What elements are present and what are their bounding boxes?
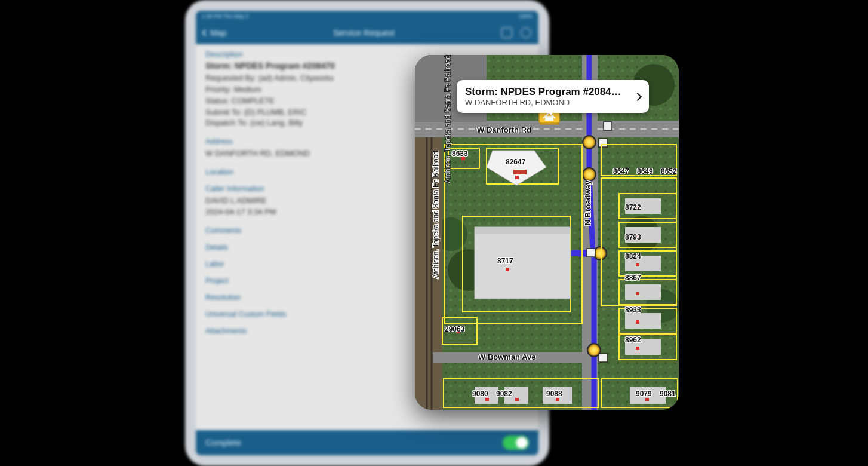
svg-rect-60 <box>636 206 639 209</box>
complete-label: Complete <box>205 438 241 447</box>
svg-rect-44 <box>475 227 570 299</box>
svg-marker-45 <box>475 227 570 234</box>
svg-rect-65 <box>636 347 639 350</box>
svg-rect-43 <box>513 170 527 174</box>
map-panel[interactable]: W Danforth Rd W Bowman Ave N Broadway At… <box>415 55 679 410</box>
svg-rect-57 <box>515 176 519 179</box>
svg-rect-47 <box>625 227 661 243</box>
chevron-right-icon <box>633 92 642 100</box>
svg-rect-71 <box>545 116 553 121</box>
more-icon[interactable] <box>521 27 531 38</box>
back-label: Map <box>210 28 226 38</box>
svg-rect-63 <box>636 292 639 295</box>
svg-rect-49 <box>625 284 661 300</box>
svg-rect-67 <box>515 398 519 401</box>
status-right: 100% <box>519 13 533 19</box>
svg-point-19 <box>583 136 596 149</box>
svg-rect-69 <box>645 398 649 401</box>
svg-rect-68 <box>556 398 559 401</box>
nav-actions <box>501 27 531 38</box>
svg-rect-66 <box>485 398 489 401</box>
popup-tail <box>545 108 557 115</box>
svg-rect-48 <box>625 256 661 271</box>
svg-rect-46 <box>625 198 661 214</box>
back-button[interactable]: Map <box>203 28 226 38</box>
popup-title: Storm: NPDES Program #2084… <box>465 86 621 98</box>
nav-bar: Map Service Request <box>196 22 538 44</box>
svg-rect-61 <box>636 234 639 238</box>
svg-rect-24 <box>599 139 607 147</box>
popup-text: Storm: NPDES Program #2084… W DANFORTH R… <box>465 86 621 107</box>
svg-rect-26 <box>599 354 607 362</box>
svg-rect-56 <box>461 157 465 160</box>
status-left: 1:39 PM Thu May 2 <box>202 13 248 19</box>
svg-rect-58 <box>506 268 509 271</box>
svg-rect-23 <box>604 122 612 130</box>
svg-rect-25 <box>587 249 595 257</box>
nav-title: Service Request <box>226 28 501 38</box>
svg-rect-59 <box>457 330 460 333</box>
svg-rect-50 <box>625 313 661 329</box>
chevron-left-icon <box>202 29 208 36</box>
expand-icon[interactable] <box>501 27 512 38</box>
svg-point-20 <box>583 168 596 181</box>
project-label: Project <box>205 277 229 285</box>
svg-rect-16 <box>433 352 600 363</box>
svg-rect-64 <box>636 320 639 324</box>
complete-toggle[interactable] <box>503 436 529 450</box>
svg-rect-62 <box>636 263 639 266</box>
svg-rect-51 <box>625 339 661 355</box>
complete-bar: Complete <box>196 430 538 455</box>
popup-subtitle: W DANFORTH RD, EDMOND <box>465 98 621 107</box>
ios-status-bar: 1:39 PM Thu May 2 100% <box>196 11 538 22</box>
